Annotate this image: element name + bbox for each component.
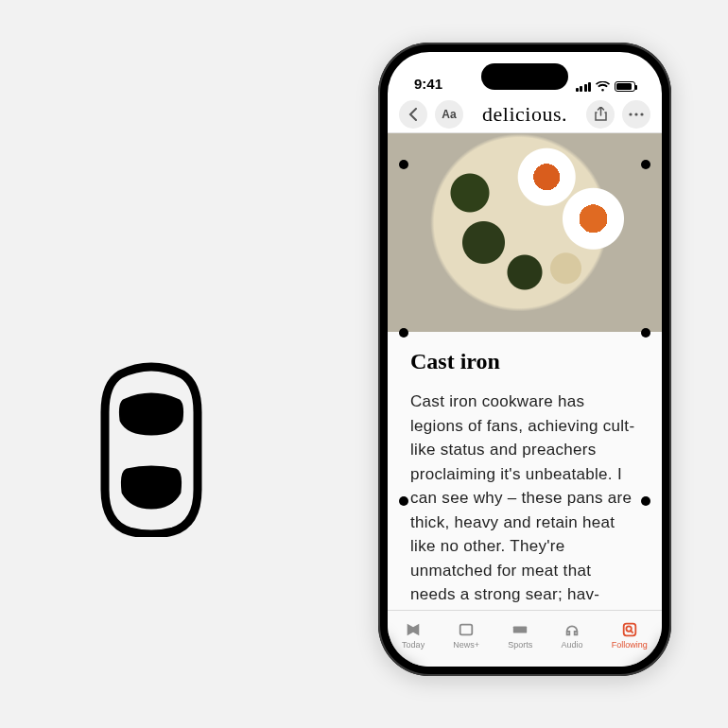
tab-today[interactable]: Today bbox=[402, 621, 425, 650]
newsplus-icon bbox=[457, 621, 476, 638]
battery-icon bbox=[615, 81, 635, 92]
svg-point-0 bbox=[629, 113, 632, 115]
status-indicators bbox=[576, 81, 636, 92]
following-icon bbox=[620, 621, 639, 638]
svg-rect-4 bbox=[513, 626, 527, 633]
share-icon bbox=[595, 107, 607, 121]
svg-point-2 bbox=[640, 113, 643, 115]
phone-screen: 9:41 Aa delicious bbox=[388, 52, 662, 667]
motion-cue-dot bbox=[641, 160, 650, 169]
tab-label: Following bbox=[612, 640, 648, 650]
svg-rect-3 bbox=[460, 624, 473, 634]
phone-frame: 9:41 Aa delicious bbox=[378, 43, 671, 676]
share-button[interactable] bbox=[586, 100, 615, 129]
article-content[interactable]: Cast iron Cast iron cookware has legions… bbox=[388, 332, 662, 610]
svg-rect-5 bbox=[624, 623, 636, 635]
vehicle-icon bbox=[99, 357, 203, 537]
svg-line-7 bbox=[631, 630, 633, 633]
tab-audio[interactable]: Audio bbox=[562, 621, 583, 650]
chevron-left-icon bbox=[408, 108, 418, 121]
article-body: Cast iron cookware has legions of fans, … bbox=[410, 390, 639, 607]
motion-cue-dot bbox=[641, 328, 650, 338]
svg-point-1 bbox=[634, 113, 637, 115]
tab-label: Sports bbox=[508, 640, 532, 650]
article-hero-image bbox=[388, 133, 662, 332]
wifi-icon bbox=[596, 81, 610, 92]
back-button[interactable] bbox=[399, 100, 427, 129]
nav-header: Aa delicious bbox=[388, 95, 662, 133]
app-title: delicious bbox=[471, 102, 579, 127]
tab-newsplus[interactable]: News+ bbox=[453, 621, 479, 650]
status-time: 9:41 bbox=[414, 76, 442, 92]
more-button[interactable] bbox=[622, 100, 650, 129]
dynamic-island bbox=[481, 63, 568, 90]
tab-label: Today bbox=[402, 640, 425, 650]
tab-bar: Today News+ Sports Audio Following bbox=[388, 610, 662, 667]
tab-label: News+ bbox=[453, 640, 479, 650]
news-icon bbox=[404, 621, 423, 638]
motion-cue-dot bbox=[399, 496, 408, 506]
ellipsis-icon bbox=[629, 113, 644, 116]
text-size-button[interactable]: Aa bbox=[435, 100, 463, 129]
sports-icon bbox=[511, 621, 529, 638]
motion-cue-dot bbox=[641, 496, 650, 506]
motion-cue-dot bbox=[399, 160, 408, 169]
tab-sports[interactable]: Sports bbox=[508, 621, 532, 650]
tab-label: Audio bbox=[562, 640, 583, 650]
cellular-icon bbox=[576, 82, 592, 92]
motion-cue-dot bbox=[399, 328, 408, 338]
article-title: Cast iron bbox=[410, 349, 639, 374]
headphones-icon bbox=[563, 621, 581, 638]
tab-following[interactable]: Following bbox=[612, 621, 648, 650]
